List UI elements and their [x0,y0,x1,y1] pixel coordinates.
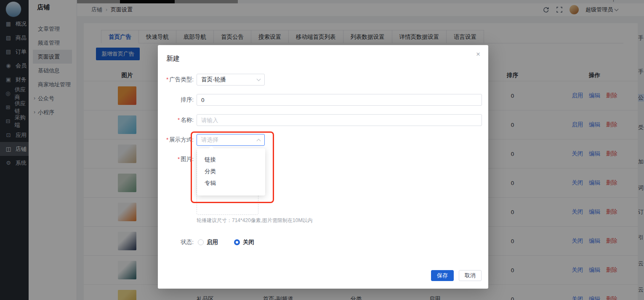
display-mode-dropdown: 链接 分类 专辑 [197,148,265,196]
status-radio-enable[interactable]: 启用 [198,238,218,246]
display-mode-placeholder: 请选择 [201,136,257,144]
upload-hint: 轮播建议尺寸：714*420像素,图片需限制在10M以内 [197,217,312,224]
modal-footer: 保存 取消 [158,270,488,281]
image-label: *图片: [158,153,194,165]
dropdown-notch [209,146,213,150]
save-button[interactable]: 保存 [431,270,454,281]
sort-label: 排序: [158,94,194,106]
dropdown-option[interactable]: 分类 [197,166,265,177]
sort-input[interactable] [197,94,482,106]
chevron-down-icon [257,77,261,81]
ad-type-select[interactable]: 首页-轮播 [197,74,265,86]
name-input[interactable] [197,114,482,126]
chevron-up-icon [257,139,261,143]
name-label: *名称: [158,114,194,126]
new-ad-modal: 新建 × *广告类型: 首页-轮播 排序: *名称: *展示方式: 请选择 *图… [158,45,488,289]
display-mode-select[interactable]: 请选择 [197,134,265,146]
status-disable-label: 关闭 [243,238,254,246]
display-mode-label: *展示方式: [158,134,194,146]
modal-title: 新建 [166,54,180,63]
ad-type-label: *广告类型: [158,74,194,86]
close-icon[interactable]: × [474,50,482,59]
radio-icon [198,239,204,245]
radio-icon [234,239,240,245]
cancel-button[interactable]: 取消 [459,270,482,281]
status-field: 状态: 启用 关闭 [158,237,254,247]
status-label: 状态: [158,238,194,246]
ad-type-select-value: 首页-轮播 [201,76,257,83]
status-radio-disable[interactable]: 关闭 [234,238,254,246]
dropdown-option[interactable]: 链接 [197,154,265,166]
dropdown-option[interactable]: 专辑 [197,177,265,189]
status-enable-label: 启用 [207,238,218,246]
